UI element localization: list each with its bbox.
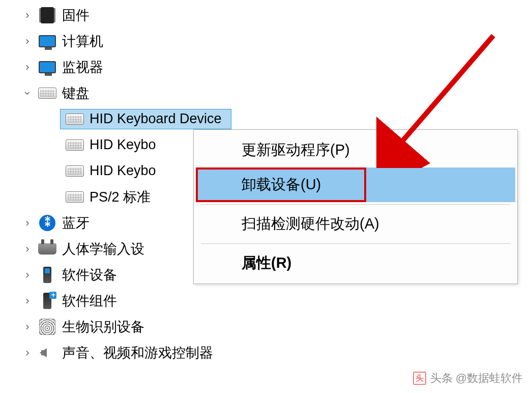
speaker-icon: [38, 343, 57, 362]
tree-item-sound[interactable]: › 声音、视频和游戏控制器: [20, 340, 532, 366]
menu-item-update-driver[interactable]: 更新驱动程序(P): [196, 133, 515, 167]
menu-label: 属性(R): [242, 255, 291, 271]
fingerprint-icon: [38, 317, 57, 336]
tree-label: PS/2 标准: [90, 188, 151, 206]
menu-label: 卸载设备(U): [242, 176, 321, 192]
menu-separator: [201, 204, 510, 205]
chevron-right-icon[interactable]: ›: [20, 216, 35, 230]
chevron-right-icon[interactable]: ›: [20, 346, 35, 359]
tree-label: HID Keyboard Device: [90, 111, 222, 127]
tree-label: 声音、视频和游戏控制器: [62, 344, 213, 362]
tree-label: 软件设备: [62, 266, 117, 284]
tree-label: 键盘: [62, 84, 90, 102]
keyboard-icon: [65, 161, 84, 181]
monitor-icon: [38, 32, 57, 51]
chip-icon: [38, 6, 57, 25]
chevron-right-icon[interactable]: ›: [20, 320, 35, 333]
watermark-text: 头条 @数据蛙软件: [430, 371, 523, 386]
keyboard-icon: [65, 187, 84, 207]
bluetooth-icon: ⁑: [38, 213, 57, 233]
watermark-logo-icon: 头: [413, 372, 426, 385]
chevron-right-icon[interactable]: ›: [20, 35, 35, 48]
tree-label: 蓝牙: [62, 214, 90, 232]
monitor-icon: [38, 58, 57, 77]
tree-item-computer[interactable]: › 计算机: [20, 28, 532, 54]
menu-item-properties[interactable]: 属性(R): [196, 246, 515, 280]
tree-label: 监视器: [62, 58, 103, 76]
tree-label: 生物识别设备: [62, 318, 144, 336]
tree-item-firmware[interactable]: › 固件: [20, 2, 532, 28]
tree-item-monitor[interactable]: › 监视器: [20, 54, 532, 80]
menu-item-scan-hardware[interactable]: 扫描检测硬件改动(A): [196, 207, 515, 241]
tree-label: 固件: [62, 6, 90, 24]
menu-label: 扫描检测硬件改动(A): [242, 215, 379, 232]
chevron-right-icon[interactable]: ›: [20, 9, 35, 22]
tree-item-software-components[interactable]: › 软件组件: [20, 288, 532, 314]
context-menu: 更新驱动程序(P) 卸载设备(U) 扫描检测硬件改动(A) 属性(R): [193, 129, 518, 284]
keyboard-icon: [65, 109, 84, 129]
tree-child-item[interactable]: HID Keyboard Device: [62, 106, 532, 132]
chevron-right-icon[interactable]: ›: [20, 268, 35, 282]
tree-label: 计算机: [62, 32, 103, 50]
keyboard-icon: [65, 135, 84, 155]
menu-label: 更新驱动程序(P): [242, 142, 350, 158]
chevron-down-icon[interactable]: ›: [21, 86, 34, 100]
keyboard-icon: [38, 83, 57, 103]
chevron-right-icon[interactable]: ›: [20, 61, 35, 74]
tree-item-keyboard[interactable]: › 键盘: [20, 80, 532, 106]
chevron-right-icon[interactable]: ›: [20, 294, 35, 307]
tree-item-biometric[interactable]: › 生物识别设备: [20, 314, 532, 340]
chevron-right-icon[interactable]: ›: [20, 242, 35, 256]
tree-label: 软件组件: [62, 292, 117, 310]
menu-item-uninstall-device[interactable]: 卸载设备(U): [196, 167, 515, 202]
device-icon: [38, 265, 57, 285]
menu-separator: [201, 243, 510, 244]
gamepad-icon: [38, 239, 57, 259]
component-icon: [38, 291, 57, 311]
tree-label: HID Keybo: [90, 137, 156, 153]
tree-label: 人体学输入设: [62, 240, 144, 258]
tree-label: HID Keybo: [90, 163, 156, 179]
watermark: 头 头条 @数据蛙软件: [413, 371, 523, 386]
